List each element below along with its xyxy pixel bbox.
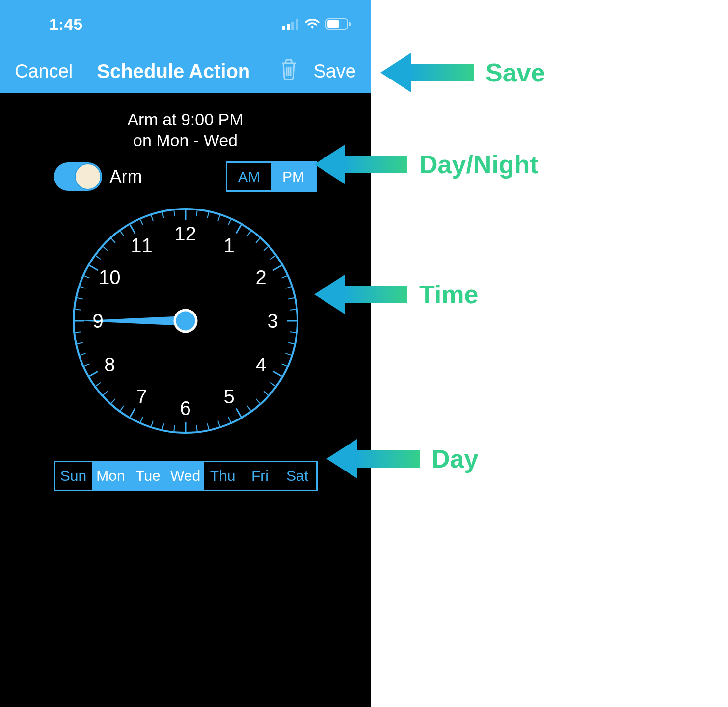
svg-line-54 [75,309,81,310]
am-option[interactable]: AM [227,163,271,190]
clock-number-5: 5 [223,386,234,408]
page-title: Schedule Action [68,60,279,82]
svg-line-55 [77,298,82,299]
clock-number-11: 11 [131,234,153,256]
clock-number-1: 1 [223,234,234,256]
svg-line-43 [130,408,135,417]
status-bar: 1:45 [0,0,371,34]
svg-line-61 [111,238,115,243]
svg-line-33 [236,408,241,417]
svg-line-18 [273,265,281,270]
svg-line-15 [256,238,260,243]
annotation-day: Day [326,439,478,478]
clock-wrap: 121234567891011 [0,206,371,436]
day-option-mon[interactable]: Mon [92,462,130,490]
arrow-icon [326,439,420,478]
days-wrap: SunMonTueWedThuFriSat [0,461,371,491]
svg-line-32 [247,406,250,411]
svg-line-63 [130,225,135,233]
svg-rect-6 [349,22,351,26]
clock-number-12: 12 [174,223,196,245]
svg-line-50 [80,353,85,355]
svg-line-64 [140,220,143,225]
svg-line-28 [273,371,281,376]
arm-toggle[interactable] [54,162,102,191]
svg-line-52 [75,332,81,332]
svg-line-65 [151,215,153,221]
svg-line-42 [140,417,143,422]
svg-line-56 [80,287,85,288]
svg-line-62 [120,231,124,236]
svg-point-69 [175,310,196,332]
arm-label: Arm [110,166,142,187]
svg-line-57 [84,276,89,278]
summary-line-1: Arm at 9:00 PM [0,109,371,130]
clock-face[interactable]: 121234567891011 [70,206,301,436]
svg-rect-5 [327,20,339,28]
annotation-save: Save [380,53,545,92]
cellular-icon [282,15,299,34]
day-option-fri[interactable]: Fri [242,462,279,490]
svg-line-16 [264,247,268,251]
svg-line-30 [264,391,268,395]
day-option-sun[interactable]: Sun [55,462,92,490]
svg-line-25 [288,342,294,343]
clock-number-9: 9 [92,310,103,332]
annotation-daynight: Day/Night [314,145,539,184]
svg-line-10 [207,212,208,218]
svg-line-51 [77,342,82,343]
svg-line-24 [290,332,296,332]
svg-rect-3 [296,19,298,30]
arm-toggle-group: Arm [54,162,142,191]
svg-line-27 [281,364,287,366]
annotation-time-label: Time [419,280,478,309]
day-option-wed[interactable]: Wed [167,462,204,490]
wifi-icon [304,15,321,34]
pm-option[interactable]: PM [271,163,316,190]
svg-line-59 [96,256,101,259]
svg-line-36 [207,423,208,429]
annotation-daynight-label: Day/Night [419,150,539,179]
svg-line-11 [218,215,220,221]
trash-icon[interactable] [279,58,298,84]
save-button[interactable]: Save [313,61,356,82]
day-option-tue[interactable]: Tue [130,462,167,490]
svg-line-14 [247,231,250,236]
svg-line-37 [196,425,197,431]
clock-number-10: 10 [99,266,121,288]
annotation-day-label: Day [431,444,478,473]
arrow-icon [380,53,474,92]
annotation-save-label: Save [485,58,545,87]
day-selector: SunMonTueWedThuFriSat [54,461,318,491]
svg-line-49 [84,364,89,366]
svg-line-21 [288,298,294,299]
status-icons [282,15,351,34]
svg-line-45 [111,399,115,403]
phone-frame: 1:45 [0,0,371,707]
clock-number-2: 2 [256,266,267,288]
svg-rect-0 [282,26,285,30]
arrow-icon [314,145,407,184]
day-option-sat[interactable]: Sat [279,462,316,490]
svg-line-29 [270,383,275,386]
ampm-segmented: AM PM [226,161,317,192]
cancel-button[interactable]: Cancel [15,61,73,82]
header: 1:45 [0,0,371,93]
svg-rect-2 [291,22,294,30]
svg-line-20 [285,287,291,288]
svg-line-26 [285,353,291,355]
svg-line-22 [290,309,296,310]
svg-line-66 [162,212,163,218]
annotation-time: Time [314,275,478,314]
svg-line-19 [281,276,287,278]
svg-line-67 [174,210,174,216]
day-option-thu[interactable]: Thu [204,462,242,490]
toggle-knob [75,163,101,190]
svg-line-58 [89,265,98,270]
svg-line-40 [162,423,163,429]
svg-line-41 [151,421,153,426]
nav-bar: Cancel Schedule Action Save [0,58,371,84]
svg-line-47 [96,383,101,386]
svg-line-35 [218,421,220,426]
svg-line-12 [228,220,231,225]
